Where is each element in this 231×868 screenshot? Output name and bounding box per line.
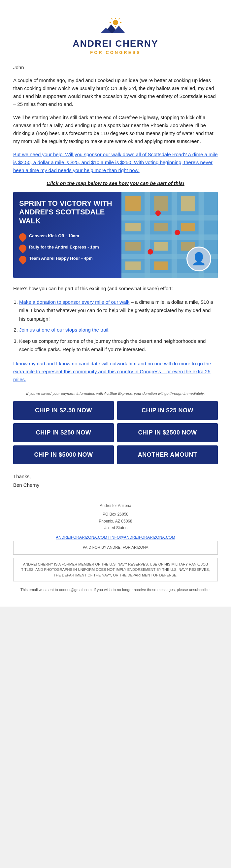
chip-button-2500[interactable]: CHIP IN $2500 NOW [117, 423, 218, 442]
svg-rect-18 [171, 192, 177, 278]
svg-rect-17 [145, 192, 150, 278]
chip-button-25[interactable]: CHIP IN $25 NOW [117, 401, 218, 420]
footer-unsubscribe: This email was sent to xxxxxx@gmail.com.… [13, 587, 218, 593]
paragraph-1: A couple of months ago, my dad and I coo… [13, 76, 218, 108]
link-paragraph[interactable]: But we need your help: Will you sponsor … [13, 151, 218, 175]
how-list-item-2: Join us at one of our stops along the tr… [19, 326, 218, 334]
footer-country: United States [13, 525, 218, 531]
footer-disclaimer: ANDREI CHERNY IS A FORMER MEMBER OF THE … [13, 558, 218, 582]
svg-rect-21 [154, 195, 168, 211]
logo-area: ANDREI CHERNY FOR CONGRESS [13, 10, 218, 64]
logo-name: ANDREI CHERNY [13, 39, 218, 49]
svg-rect-22 [181, 195, 195, 211]
svg-rect-27 [154, 242, 168, 251]
footer: Andrei for Arizona PO Box 26058 Phoenix,… [13, 502, 218, 593]
map-event-label-2: Rally for the Andrei Express - 1pm [29, 244, 99, 250]
chip-button-5000[interactable]: CHIP IN $5000 NOW [13, 445, 114, 464]
how-list-item-3: Keep us company for some of the journey … [19, 337, 218, 354]
sign-off-name: Ben Cherny [13, 481, 218, 489]
svg-rect-30 [154, 261, 168, 270]
paragraph-2: We'll be starting when it's still dark a… [13, 114, 218, 145]
footer-city: Phoenix, AZ 85068 [13, 518, 218, 525]
map-image[interactable]: SPRINT TO VICTORY WITH ANDREI'S SCOTTSDA… [13, 192, 218, 278]
svg-rect-20 [125, 195, 141, 211]
chip-button-other[interactable]: ANOTHER AMOUNT [117, 445, 218, 464]
map-event-2: Rally for the Andrei Express - 1pm [19, 244, 116, 252]
map-pin-3 [17, 254, 28, 265]
svg-rect-25 [181, 223, 195, 231]
footer-po: PO Box 26058 [13, 511, 218, 518]
salutation: John — [13, 64, 218, 71]
how-list-item-1: Make a donation to sponsor every mile of… [19, 298, 218, 323]
map-event-label-3: Team Andrei Happy Hour - 4pm [29, 255, 93, 262]
map-pin-1 [17, 231, 28, 242]
footer-disclosure: PAID FOR BY ANDREI FOR ARIZONA [13, 541, 218, 555]
footer-links[interactable]: ANDREIFORARIZONA.COM | INFO@ANDREIFORARI… [56, 535, 175, 540]
svg-rect-29 [125, 261, 141, 270]
how-list-text-3: Keep us company for some of the journey … [19, 338, 205, 352]
chip-button-250[interactable]: CHIP IN $2.50 NOW [13, 401, 114, 420]
map-right: 👤 [121, 192, 218, 278]
map-left: SPRINT TO VICTORY WITH ANDREI'S SCOTTSDA… [13, 192, 121, 278]
logo-icon [101, 17, 130, 37]
how-list-link-2[interactable]: Join us at one of our stops along the tr… [19, 327, 110, 333]
sign-off: Thanks, Ben Cherny [13, 472, 218, 489]
map-event-label-1: Canvass Kick Off - 10am [29, 232, 79, 239]
map-photo-circle: 👤 [187, 247, 211, 271]
button-grid: CHIP IN $2.50 NOW CHIP IN $25 NOW CHIP I… [13, 401, 218, 464]
footer-org: Andrei for Arizona [13, 502, 218, 509]
how-intro: Here's how you can be part of this excit… [13, 285, 218, 292]
email-container: ANDREI CHERNY FOR CONGRESS John — A coup… [0, 0, 231, 607]
know-paragraph[interactable]: I know my dad and I know no candidate wi… [13, 360, 218, 383]
svg-rect-23 [125, 223, 141, 231]
sign-off-closing: Thanks, [13, 472, 218, 481]
svg-rect-26 [125, 242, 141, 251]
svg-rect-24 [154, 223, 168, 231]
map-person-icon: 👤 [191, 250, 206, 268]
svg-line-6 [119, 19, 120, 20]
map-event-1: Canvass Kick Off - 10am [19, 232, 116, 241]
logo-sub: FOR CONGRESS [13, 49, 218, 56]
svg-line-5 [112, 19, 113, 20]
map-pin-2 [17, 243, 28, 253]
click-map-text[interactable]: Click on the map below to see how you ca… [13, 180, 218, 187]
map-title: SPRINT TO VICTORY WITH ANDREI'S SCOTTSDA… [19, 199, 116, 225]
how-list-link-1[interactable]: Make a donation to sponsor every mile of… [19, 299, 129, 305]
actblue-note: If you've saved your payment information… [13, 391, 218, 397]
chip-button-250d[interactable]: CHIP IN $250 NOW [13, 423, 114, 442]
map-event-3: Team Andrei Happy Hour - 4pm [19, 255, 116, 263]
how-list: Make a donation to sponsor every mile of… [19, 298, 218, 354]
svg-point-0 [113, 20, 118, 25]
